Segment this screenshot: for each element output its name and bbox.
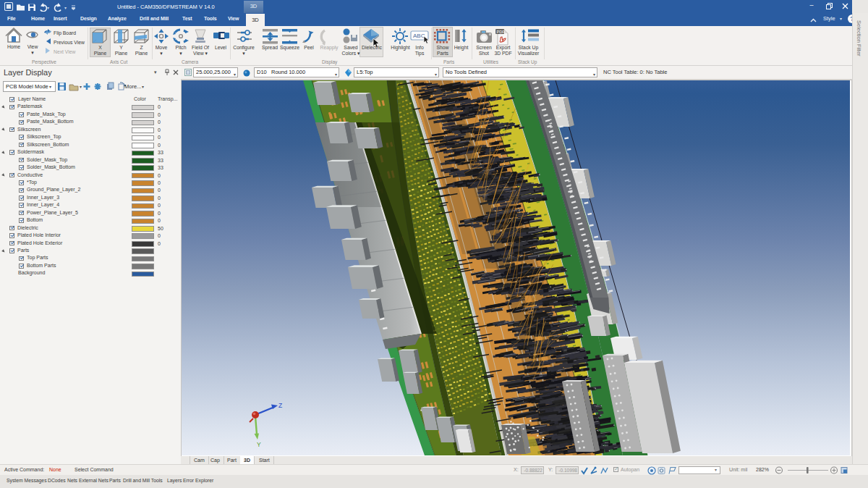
svg-text:Z: Z (278, 402, 282, 409)
svg-text:▾: ▾ (64, 6, 67, 10)
svg-text:Y: Y (257, 441, 261, 448)
svg-text:ABC: ABC (413, 33, 425, 39)
svg-text:PDF: PDF (497, 30, 506, 34)
svg-text:▾: ▾ (80, 85, 82, 89)
svg-text:▾: ▾ (47, 6, 49, 10)
